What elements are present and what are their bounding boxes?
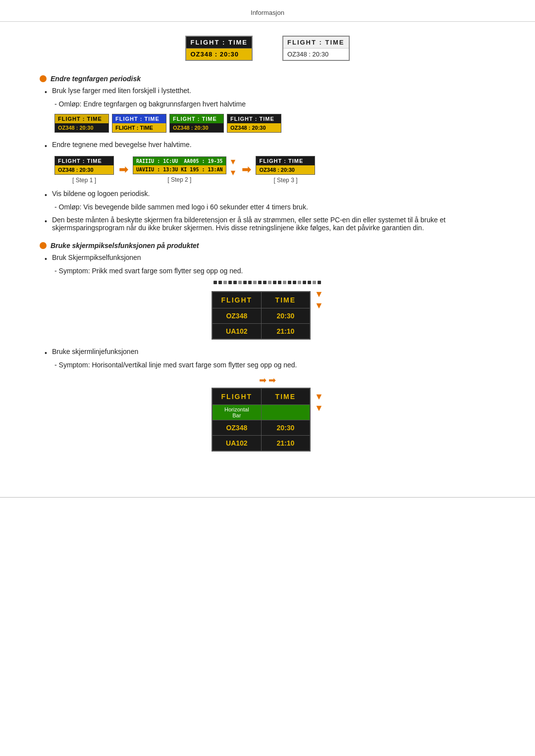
pixel-table-r2c2: 21:10 (262, 324, 310, 339)
pixel-table: FLIGHT TIME OZ348 20:30 UA102 21:10 (212, 291, 311, 340)
bullet-dot-4: • (45, 217, 47, 225)
horiz-arrow-1: ➡ (259, 375, 267, 386)
orange-circle-icon (40, 75, 47, 82)
dot (243, 281, 247, 284)
bullet-dot-2: • (45, 142, 47, 150)
cycle-box-1-r2: OZ348 : 20:30 (55, 123, 108, 132)
steps-row: FLIGHT : TIME OZ348 : 20:30 [ Step 1 ] ➡… (54, 156, 495, 184)
arrow-step1-to-step2: ➡ (119, 163, 128, 176)
step3-label: [ Step 3 ] (256, 177, 315, 184)
cycle-box-3-r2: OZ348 : 20:30 (170, 123, 223, 132)
pixel-table-header: FLIGHT TIME (213, 292, 310, 308)
bullet-dot-1: • (45, 88, 47, 96)
pixel-table-and-dots: FLIGHT TIME OZ348 20:30 UA102 21:10 ▼ ▼ (212, 281, 323, 340)
flight-box-dark-row1: FLIGHT : TIME (186, 37, 252, 49)
page-header: Informasjon (0, 0, 535, 22)
flight-box-dark-row2: OZ348 : 20:30 (186, 49, 252, 60)
cycle-box-2: FLIGHT : TIME FLIGHT : TIME (112, 114, 166, 133)
orange-circle-icon-2 (40, 242, 47, 249)
cycle-box-1: FLIGHT : TIME OZ348 : 20:30 (54, 114, 109, 133)
pixel-dots-top (212, 281, 323, 284)
main-content: FLIGHT : TIME OZ348 : 20:30 FLIGHT : TIM… (0, 36, 535, 477)
dot (253, 281, 257, 284)
cycle-box-4-r2: OZ348 : 20:30 (227, 123, 281, 132)
pixel-arrow-2: ▼ (315, 301, 323, 311)
line-arrow-1: ▼ (315, 392, 323, 402)
bullet-dot-3: • (45, 191, 47, 199)
bullet2: • Endre tegnene med bevegelse hver halvt… (45, 141, 495, 150)
dot (214, 281, 217, 284)
line-table: FLIGHT TIME Horizontal Bar OZ348 20:30 U… (212, 388, 311, 452)
flight-box-light: FLIGHT : TIME OZ348 : 20:30 (282, 36, 350, 61)
section2-title: Bruke skjermpikselsfunksjonen på produkt… (51, 242, 199, 250)
dot (288, 281, 291, 284)
step2-r1: RAIIIU : 1C:UU AA005 : 19-35 (133, 157, 226, 165)
step3-box: FLIGHT : TIME OZ348 : 20:30 (256, 156, 315, 175)
line-table-subrow: Horizontal Bar (213, 404, 310, 420)
section2-bullet-dot-1: • (45, 255, 47, 263)
line-table-wrap: ➡ ➡ FLIGHT TIME Horizontal Bar OZ348 20:… (40, 375, 495, 452)
dot (228, 281, 232, 284)
dot (278, 281, 281, 284)
pixel-table-r1c2: 20:30 (262, 308, 310, 323)
dot (233, 281, 237, 284)
cycle-box-4-r1: FLIGHT : TIME (227, 114, 281, 123)
pixel-table-r2c1: UA102 (213, 324, 262, 339)
pixel-down-arrows: ▼ ▼ (315, 285, 323, 311)
flight-box-light-row1: FLIGHT : TIME (283, 37, 349, 49)
pixel-arrow-1: ▼ (315, 289, 323, 300)
dot (298, 281, 301, 284)
sub-item-3: - Omløp: Vis bevegende bilde sammen med … (54, 203, 495, 211)
step3-container: FLIGHT : TIME OZ348 : 20:30 [ Step 3 ] (256, 156, 315, 184)
cycle-box-2-r1: FLIGHT : TIME (112, 114, 166, 123)
color-cycle-row: FLIGHT : TIME OZ348 : 20:30 FLIGHT : TIM… (54, 114, 495, 133)
section2-bullet2: • Bruke skjermlinjefunksjonen (45, 348, 495, 357)
step1-r1: FLIGHT : TIME (55, 156, 113, 165)
pixel-table-col2: TIME (262, 292, 310, 308)
line-table-r2c2: 21:10 (262, 436, 310, 451)
dot (248, 281, 252, 284)
section2-title-row: Bruke skjermpikselsfunksjonen på produkt… (40, 242, 495, 250)
step2-arrow-down-2: ▼ (229, 168, 237, 177)
pixel-table-col1: FLIGHT (213, 292, 262, 308)
line-down-arrows: ▼ ▼ (315, 388, 323, 413)
step1-box: FLIGHT : TIME OZ348 : 20:30 (54, 156, 114, 175)
step2-box-wrap: RAIIIU : 1C:UU AA005 : 19-35 UAVIIU : 13… (133, 156, 226, 183)
cycle-box-4: FLIGHT : TIME OZ348 : 20:30 (227, 114, 281, 133)
dot (223, 281, 227, 284)
line-table-sublabel: Horizontal Bar (213, 405, 262, 420)
line-table-r1c2: 20:30 (262, 420, 310, 435)
dot (258, 281, 262, 284)
dot (268, 281, 271, 284)
dot (293, 281, 296, 284)
pixel-table-wrap: FLIGHT TIME OZ348 20:30 UA102 21:10 ▼ ▼ (40, 281, 495, 340)
cycle-box-2-r2: FLIGHT : TIME (112, 123, 166, 132)
line-table-header: FLIGHT TIME (213, 389, 310, 404)
step3-r1: FLIGHT : TIME (256, 156, 315, 165)
pixel-table-row1: OZ348 20:30 (213, 308, 310, 323)
bullet1-text: Bruk lyse farger med liten forskjell i l… (52, 87, 191, 95)
step2-r2: UAVIIU : 13:3U KI 195 : 13:AN (133, 165, 226, 174)
line-table-r1c1: OZ348 (213, 420, 262, 435)
step1-r2: OZ348 : 20:30 (55, 165, 113, 174)
step2-container: RAIIIU : 1C:UU AA005 : 19-35 UAVIIU : 13… (133, 156, 237, 183)
line-arrows-horiz: ➡ ➡ (259, 375, 276, 386)
step2-box: RAIIIU : 1C:UU AA005 : 19-35 UAVIIU : 13… (133, 156, 226, 174)
section2-sub1: - Symptom: Prikk med svart farge som fly… (54, 267, 495, 275)
bullet2-text: Endre tegnene med bevegelse hver halvtim… (52, 141, 192, 149)
dot (263, 281, 267, 284)
line-table-col1: FLIGHT (213, 389, 262, 404)
line-table-r2c1: UA102 (213, 436, 262, 451)
line-arrow-2: ▼ (315, 403, 323, 413)
flight-box-dark: FLIGHT : TIME OZ348 : 20:30 (185, 36, 253, 61)
bullet4: • Den beste månten å beskytte skjermen f… (45, 216, 495, 232)
line-table-row2: UA102 21:10 (213, 435, 310, 451)
cycle-box-3: FLIGHT : TIME OZ348 : 20:30 (169, 114, 224, 133)
step2-arrows: ▼ ▼ (229, 156, 237, 177)
step2-arrow-down-1: ▼ (229, 157, 237, 166)
line-table-col2: TIME (262, 389, 310, 404)
step1-container: FLIGHT : TIME OZ348 : 20:30 [ Step 1 ] (54, 156, 114, 184)
line-table-sublabel-empty (262, 405, 310, 420)
dot (238, 281, 242, 284)
pixel-table-row: FLIGHT TIME OZ348 20:30 UA102 21:10 ▼ ▼ (212, 285, 323, 340)
